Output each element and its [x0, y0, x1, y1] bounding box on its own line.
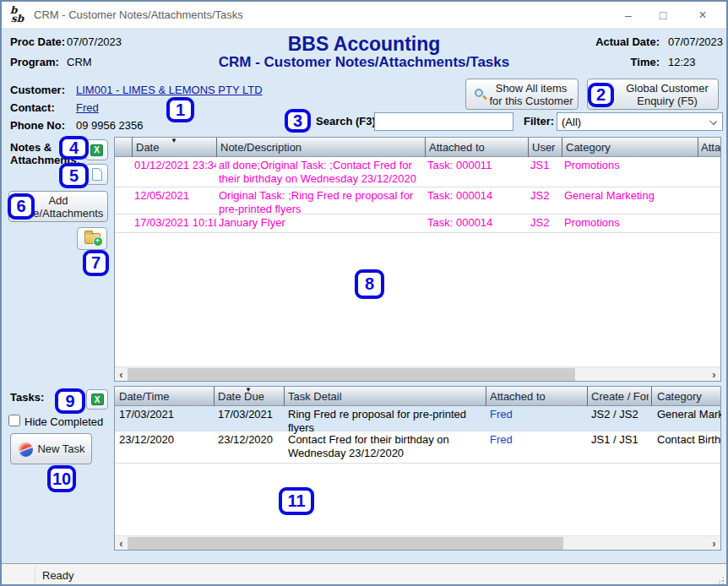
notes-horizontal-scrollbar[interactable]: ‹ ›: [115, 366, 720, 381]
close-icon: ×: [698, 8, 706, 23]
tasks-horizontal-scrollbar[interactable]: ‹ ›: [115, 535, 720, 550]
show-all-items-label: Show All items for this Customer: [489, 82, 573, 107]
table-row[interactable]: 12/05/2021 Original Task: ;Ring Fred re …: [115, 187, 720, 214]
statusbar-left-panel: [3, 566, 35, 586]
tasks-col-datetime[interactable]: Date/Time: [119, 387, 210, 406]
task-category: Contact Birthday: [657, 433, 721, 447]
time-label: Time:: [576, 56, 660, 68]
callout-4: 4: [59, 136, 89, 160]
tasks-col-createfor[interactable]: Create / For: [591, 387, 649, 406]
task-detail: Contact Fred for their birthday on Wedne…: [288, 433, 484, 460]
actual-date-label: Actual Date:: [576, 35, 660, 48]
note-user: JS2: [530, 189, 561, 203]
filter-label: Filter:: [524, 115, 554, 128]
new-note-button[interactable]: [85, 164, 108, 185]
excel-icon: [90, 144, 103, 156]
note-user: JS1: [530, 159, 561, 172]
note-date: 17/03/2021 10:18: [134, 216, 216, 230]
callout-2: 2: [588, 83, 614, 107]
add-attachment-folder-button[interactable]: [77, 227, 107, 250]
window-title: CRM - Customer Notes/Attachments/Tasks: [34, 8, 243, 21]
callout-10: 10: [47, 465, 76, 492]
note-description: all done;Original Task: ;Contact Fred fo…: [219, 159, 423, 186]
notes-scroll-thumb[interactable]: [128, 368, 575, 381]
phone-value: 09 9956 2356: [76, 119, 144, 132]
tasks-scroll-thumb[interactable]: [128, 537, 563, 550]
table-row[interactable]: 01/12/2021 23:34 all done;Original Task:…: [115, 157, 720, 187]
notes-col-attached[interactable]: Attached to: [429, 138, 524, 157]
tasks-section-label: Tasks:: [10, 391, 44, 404]
search-input[interactable]: [374, 112, 513, 131]
search-label: Search (F3):: [316, 115, 379, 128]
hide-completed-checkbox[interactable]: [8, 415, 20, 426]
task-datetime: 17/03/2021: [119, 408, 210, 421]
filter-select[interactable]: (All): [557, 112, 723, 131]
callout-5: 5: [59, 163, 89, 188]
task-due: 17/03/2021: [218, 408, 280, 421]
scroll-left-icon[interactable]: ‹: [115, 536, 128, 551]
search-icon: [475, 89, 487, 101]
tasks-col-datedue[interactable]: Date Due: [218, 387, 280, 406]
task-sphere-icon: [19, 442, 33, 457]
callout-11: 11: [279, 487, 314, 515]
callout-8: 8: [355, 269, 384, 299]
notes-col-date[interactable]: Date: [136, 138, 214, 157]
time-value: 12:23: [668, 56, 696, 68]
global-enquiry-label: Global Customer Enquiry (F5): [621, 82, 714, 107]
customer-label: Customer:: [10, 84, 65, 96]
callout-1: 1: [166, 97, 194, 122]
notes-table-header: ▼ Date Note/Description Attached to User…: [115, 138, 720, 157]
note-description: Original Task: ;Ring Fred re proposal fo…: [219, 189, 423, 216]
tasks-table-header: ▼ Date/Time Date Due Task Detail Attache…: [115, 387, 720, 406]
notes-export-excel-button[interactable]: [85, 139, 108, 160]
contact-label: Contact:: [10, 101, 55, 114]
table-row[interactable]: 17/03/2021 17/03/2021 Ring Fred re propo…: [115, 406, 720, 431]
table-row[interactable]: 17/03/2021 10:18 January Flyer Task: 000…: [115, 214, 720, 233]
contact-link[interactable]: Fred: [76, 101, 99, 114]
tasks-export-excel-button[interactable]: [86, 389, 108, 410]
show-all-items-button[interactable]: Show All items for this Customer: [465, 79, 579, 110]
scroll-right-icon[interactable]: ›: [708, 367, 720, 382]
notes-col-user[interactable]: User: [532, 138, 559, 157]
close-button[interactable]: ×: [682, 2, 724, 28]
tasks-col-category[interactable]: Category: [657, 387, 720, 406]
task-create-for: JS1 / JS1: [591, 433, 650, 447]
app-window: bbsbsb CRM - Customer Notes/Attachments/…: [0, 0, 728, 586]
note-date: 12/05/2021: [134, 189, 216, 203]
tasks-col-attached[interactable]: Attached to: [490, 387, 583, 406]
scroll-right-icon[interactable]: ›: [708, 536, 720, 551]
task-attached-to: Fred: [490, 408, 583, 421]
customer-link[interactable]: LIM001 - LIMES & LEMONS PTY LTD: [76, 84, 263, 96]
note-attached-to: Task: 000014: [427, 216, 524, 230]
note-category: Promotions: [564, 159, 695, 172]
new-task-label: New Task: [37, 442, 84, 455]
notes-col-attach[interactable]: Attach: [701, 138, 721, 157]
scroll-left-icon[interactable]: ‹: [115, 367, 128, 382]
callout-3: 3: [285, 109, 311, 133]
callout-7: 7: [83, 250, 109, 276]
hide-completed-label: Hide Completed: [24, 415, 103, 428]
chevron-down-icon: [709, 117, 717, 125]
task-due: 23/12/2020: [218, 433, 280, 447]
new-task-button[interactable]: New Task: [10, 433, 92, 464]
task-category: General Marketing: [657, 408, 721, 421]
table-row[interactable]: 23/12/2020 23/12/2020 Contact Fred for t…: [115, 431, 720, 464]
maximize-button[interactable]: □: [644, 2, 682, 28]
notes-col-note[interactable]: Note/Description: [220, 138, 421, 157]
app-logo-icon: bbsbsb: [10, 6, 29, 24]
task-attached-to: Fred: [490, 433, 583, 447]
note-category: Promotions: [564, 216, 695, 230]
note-user: JS2: [530, 216, 561, 230]
tasks-col-detail[interactable]: Task Detail: [288, 387, 482, 406]
minimize-button[interactable]: –: [610, 2, 647, 28]
note-description: January Flyer: [219, 216, 423, 230]
notes-col-category[interactable]: Category: [566, 138, 694, 157]
tasks-table: ▼ Date/Time Date Due Task Detail Attache…: [114, 386, 721, 551]
phone-label: Phone No:: [10, 119, 65, 132]
titlebar: bbsbsb CRM - Customer Notes/Attachments/…: [2, 2, 726, 29]
filter-value: (All): [562, 116, 581, 128]
new-document-icon: [92, 168, 102, 181]
note-attached-to: Task: 000011: [427, 159, 524, 172]
actual-date-value: 07/07/2023: [668, 35, 723, 48]
resize-grip-icon[interactable]: [714, 576, 725, 586]
